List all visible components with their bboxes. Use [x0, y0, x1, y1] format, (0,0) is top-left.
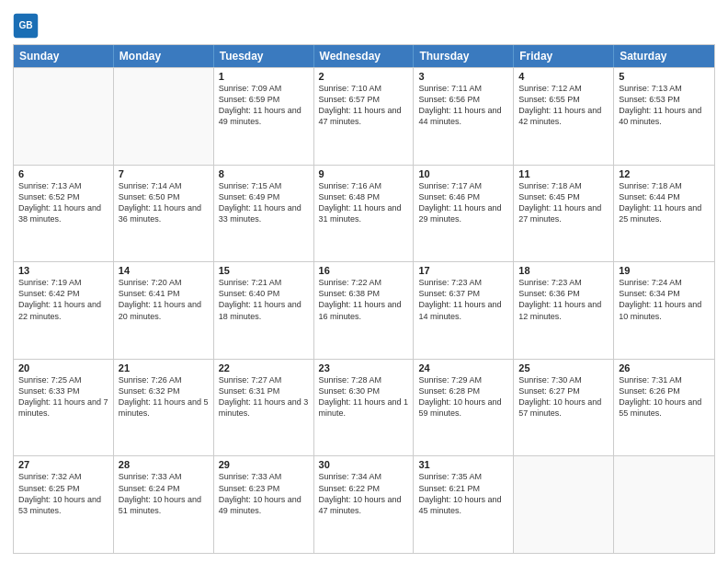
calendar-cell: 25Sunrise: 7:30 AMSunset: 6:27 PMDayligh…: [514, 360, 614, 456]
cell-info: Sunrise: 7:30 AMSunset: 6:27 PMDaylight:…: [518, 374, 609, 419]
cell-info: Sunrise: 7:10 AMSunset: 6:57 PMDaylight:…: [319, 83, 409, 128]
calendar-header: SundayMondayTuesdayWednesdayThursdayFrid…: [14, 45, 714, 67]
calendar-cell: 9Sunrise: 7:16 AMSunset: 6:48 PMDaylight…: [314, 166, 415, 262]
day-number: 11: [518, 168, 609, 179]
day-number: 28: [119, 459, 209, 470]
day-number: 7: [119, 168, 209, 179]
cell-info: Sunrise: 7:23 AMSunset: 6:37 PMDaylight:…: [418, 277, 508, 322]
calendar-cell: 18Sunrise: 7:23 AMSunset: 6:36 PMDayligh…: [514, 262, 614, 359]
cell-info: Sunrise: 7:24 AMSunset: 6:34 PMDaylight:…: [619, 277, 710, 322]
calendar-cell: 30Sunrise: 7:34 AMSunset: 6:22 PMDayligh…: [314, 456, 415, 553]
cell-info: Sunrise: 7:29 AMSunset: 6:28 PMDaylight:…: [418, 374, 508, 419]
calendar-body: 1Sunrise: 7:09 AMSunset: 6:59 PMDaylight…: [14, 67, 714, 553]
day-number: 13: [18, 265, 108, 276]
calendar-row-3: 13Sunrise: 7:19 AMSunset: 6:42 PMDayligh…: [14, 261, 714, 359]
calendar-cell: 13Sunrise: 7:19 AMSunset: 6:42 PMDayligh…: [14, 262, 114, 359]
logo-icon: GB: [13, 13, 39, 39]
svg-text:GB: GB: [18, 20, 32, 30]
header-day-thursday: Thursday: [414, 45, 514, 67]
logo: GB: [13, 13, 40, 39]
calendar-cell: 28Sunrise: 7:33 AMSunset: 6:24 PMDayligh…: [114, 456, 214, 553]
day-number: 16: [319, 265, 409, 276]
cell-info: Sunrise: 7:22 AMSunset: 6:38 PMDaylight:…: [319, 277, 409, 322]
calendar-cell: 3Sunrise: 7:11 AMSunset: 6:56 PMDaylight…: [414, 68, 514, 165]
calendar: SundayMondayTuesdayWednesdayThursdayFrid…: [13, 44, 715, 554]
header-day-sunday: Sunday: [14, 45, 114, 67]
day-number: 3: [418, 71, 508, 82]
calendar-cell: 19Sunrise: 7:24 AMSunset: 6:34 PMDayligh…: [614, 262, 714, 359]
day-number: 8: [219, 168, 309, 179]
cell-info: Sunrise: 7:11 AMSunset: 6:56 PMDaylight:…: [418, 83, 508, 128]
calendar-cell: 16Sunrise: 7:22 AMSunset: 6:38 PMDayligh…: [314, 262, 415, 359]
calendar-cell: 1Sunrise: 7:09 AMSunset: 6:59 PMDaylight…: [214, 68, 314, 165]
cell-info: Sunrise: 7:18 AMSunset: 6:44 PMDaylight:…: [619, 180, 710, 225]
cell-info: Sunrise: 7:25 AMSunset: 6:33 PMDaylight:…: [18, 374, 108, 419]
calendar-cell: 4Sunrise: 7:12 AMSunset: 6:55 PMDaylight…: [514, 68, 614, 165]
cell-info: Sunrise: 7:16 AMSunset: 6:48 PMDaylight:…: [319, 180, 409, 225]
day-number: 5: [619, 71, 710, 82]
header-day-wednesday: Wednesday: [314, 45, 415, 67]
cell-info: Sunrise: 7:35 AMSunset: 6:21 PMDaylight:…: [418, 471, 508, 516]
header: GB: [13, 9, 715, 39]
calendar-cell: 10Sunrise: 7:17 AMSunset: 6:46 PMDayligh…: [414, 166, 514, 262]
calendar-cell: 22Sunrise: 7:27 AMSunset: 6:31 PMDayligh…: [214, 360, 314, 456]
day-number: 14: [119, 265, 209, 276]
calendar-cell: [14, 68, 114, 165]
calendar-row-2: 6Sunrise: 7:13 AMSunset: 6:52 PMDaylight…: [14, 165, 714, 262]
day-number: 22: [219, 362, 309, 373]
calendar-cell: 6Sunrise: 7:13 AMSunset: 6:52 PMDaylight…: [14, 166, 114, 262]
page: GB SundayMondayTuesdayWednesdayThursdayF…: [0, 0, 728, 563]
day-number: 6: [18, 168, 108, 179]
calendar-cell: 21Sunrise: 7:26 AMSunset: 6:32 PMDayligh…: [114, 360, 214, 456]
day-number: 20: [18, 362, 108, 373]
cell-info: Sunrise: 7:12 AMSunset: 6:55 PMDaylight:…: [518, 83, 609, 128]
cell-info: Sunrise: 7:18 AMSunset: 6:45 PMDaylight:…: [518, 180, 609, 225]
calendar-cell: 14Sunrise: 7:20 AMSunset: 6:41 PMDayligh…: [114, 262, 214, 359]
calendar-cell: 8Sunrise: 7:15 AMSunset: 6:49 PMDaylight…: [214, 166, 314, 262]
cell-info: Sunrise: 7:33 AMSunset: 6:23 PMDaylight:…: [219, 471, 309, 516]
calendar-cell: 29Sunrise: 7:33 AMSunset: 6:23 PMDayligh…: [214, 456, 314, 553]
calendar-cell: 2Sunrise: 7:10 AMSunset: 6:57 PMDaylight…: [314, 68, 415, 165]
calendar-cell: 17Sunrise: 7:23 AMSunset: 6:37 PMDayligh…: [414, 262, 514, 359]
calendar-cell: 11Sunrise: 7:18 AMSunset: 6:45 PMDayligh…: [514, 166, 614, 262]
cell-info: Sunrise: 7:20 AMSunset: 6:41 PMDaylight:…: [119, 277, 209, 322]
cell-info: Sunrise: 7:33 AMSunset: 6:24 PMDaylight:…: [119, 471, 209, 516]
header-day-saturday: Saturday: [614, 45, 714, 67]
day-number: 29: [219, 459, 309, 470]
calendar-cell: 24Sunrise: 7:29 AMSunset: 6:28 PMDayligh…: [414, 360, 514, 456]
calendar-cell: 26Sunrise: 7:31 AMSunset: 6:26 PMDayligh…: [614, 360, 714, 456]
cell-info: Sunrise: 7:15 AMSunset: 6:49 PMDaylight:…: [219, 180, 309, 225]
cell-info: Sunrise: 7:13 AMSunset: 6:52 PMDaylight:…: [18, 180, 108, 225]
calendar-cell: 15Sunrise: 7:21 AMSunset: 6:40 PMDayligh…: [214, 262, 314, 359]
calendar-cell: 5Sunrise: 7:13 AMSunset: 6:53 PMDaylight…: [614, 68, 714, 165]
day-number: 2: [319, 71, 409, 82]
calendar-cell: [114, 68, 214, 165]
day-number: 10: [418, 168, 508, 179]
header-day-tuesday: Tuesday: [214, 45, 314, 67]
cell-info: Sunrise: 7:31 AMSunset: 6:26 PMDaylight:…: [619, 374, 710, 419]
day-number: 21: [119, 362, 209, 373]
header-day-friday: Friday: [514, 45, 614, 67]
day-number: 9: [319, 168, 409, 179]
day-number: 4: [518, 71, 609, 82]
calendar-cell: 12Sunrise: 7:18 AMSunset: 6:44 PMDayligh…: [614, 166, 714, 262]
cell-info: Sunrise: 7:32 AMSunset: 6:25 PMDaylight:…: [18, 471, 108, 516]
day-number: 18: [518, 265, 609, 276]
day-number: 26: [619, 362, 710, 373]
calendar-row-1: 1Sunrise: 7:09 AMSunset: 6:59 PMDaylight…: [14, 67, 714, 165]
calendar-cell: 20Sunrise: 7:25 AMSunset: 6:33 PMDayligh…: [14, 360, 114, 456]
day-number: 17: [418, 265, 508, 276]
day-number: 25: [518, 362, 609, 373]
cell-info: Sunrise: 7:23 AMSunset: 6:36 PMDaylight:…: [518, 277, 609, 322]
cell-info: Sunrise: 7:17 AMSunset: 6:46 PMDaylight:…: [418, 180, 508, 225]
cell-info: Sunrise: 7:26 AMSunset: 6:32 PMDaylight:…: [119, 374, 209, 419]
cell-info: Sunrise: 7:28 AMSunset: 6:30 PMDaylight:…: [319, 374, 409, 419]
day-number: 24: [418, 362, 508, 373]
cell-info: Sunrise: 7:19 AMSunset: 6:42 PMDaylight:…: [18, 277, 108, 322]
day-number: 23: [319, 362, 409, 373]
day-number: 12: [619, 168, 710, 179]
cell-info: Sunrise: 7:13 AMSunset: 6:53 PMDaylight:…: [619, 83, 710, 128]
day-number: 30: [319, 459, 409, 470]
cell-info: Sunrise: 7:27 AMSunset: 6:31 PMDaylight:…: [219, 374, 309, 419]
calendar-cell: [614, 456, 714, 553]
